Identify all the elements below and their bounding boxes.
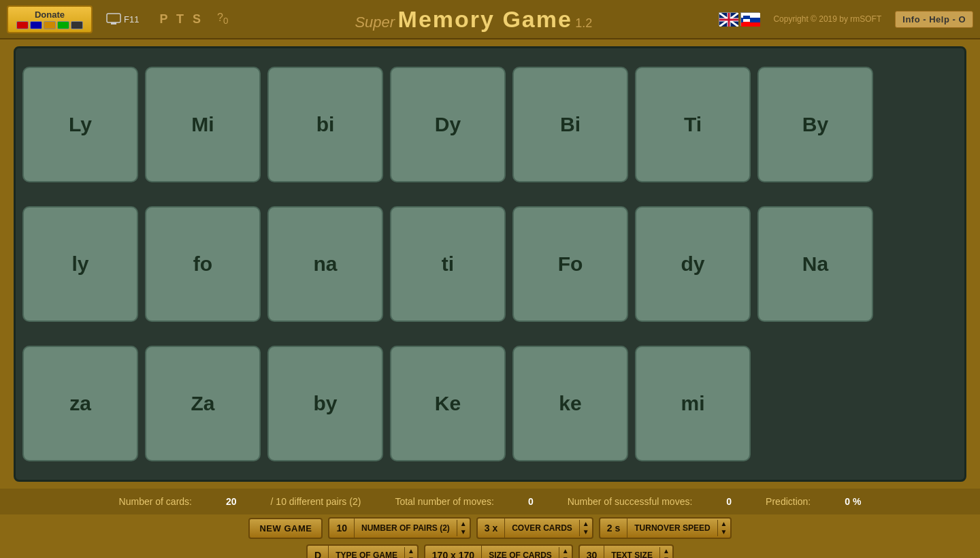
game-card[interactable]: ke	[512, 346, 628, 461]
game-card[interactable]: Bi	[512, 67, 628, 182]
type-up-button[interactable]: ▲	[405, 547, 417, 555]
stats-bar: Number of cards: 20 / 10 different pairs…	[0, 489, 980, 514]
cards-value: 20	[226, 496, 237, 507]
game-card[interactable]: by	[267, 346, 383, 461]
game-card[interactable]: za	[22, 346, 138, 461]
size-control: 170 x 170 SIZE OF CARDS ▲ ▼	[424, 544, 573, 558]
donate-cards	[16, 21, 83, 29]
text-size-label: TEXT SIZE	[604, 546, 659, 558]
size-up-button[interactable]: ▲	[559, 547, 572, 555]
pairs-down-button[interactable]: ▼	[457, 528, 470, 536]
game-card[interactable]: fo	[145, 206, 261, 322]
title-area: Super Memory Game 1.2	[228, 6, 719, 33]
pairs-value: 10	[329, 519, 355, 538]
size-down-button[interactable]: ▼	[559, 555, 572, 558]
turnover-value: 2 s	[600, 519, 627, 538]
turnover-up-button[interactable]: ▲	[718, 520, 730, 528]
game-card[interactable]: dy	[635, 206, 751, 322]
text-size-down-button[interactable]: ▼	[660, 555, 672, 558]
card-row-3: zaZabyKekemi	[22, 346, 958, 461]
turnover-arrows: ▲ ▼	[717, 520, 730, 536]
game-board: LyMibiDyBiTiBy lyfonatiFodyNa zaZabyKeke…	[14, 46, 966, 482]
copyright: Copyright © 2019 by rmSOFT	[773, 14, 881, 24]
size-label: SIZE OF CARDS	[482, 546, 559, 558]
cover-arrows: ▲ ▼	[579, 520, 592, 536]
cover-up-button[interactable]: ▲	[580, 520, 592, 528]
controls: NEW GAME 10 NUMBER OF PAIRS (2) ▲ ▼ 3 x …	[0, 514, 980, 558]
game-card[interactable]: mi	[635, 346, 751, 461]
monitor-icon: F11	[106, 13, 139, 25]
cards-pairs: / 10 different pairs (2)	[271, 496, 361, 507]
card-icon-gold	[44, 21, 56, 29]
text-size-control: 30 TEXT SIZE ▲ ▼	[578, 544, 674, 558]
svg-rect-13	[743, 16, 750, 19]
info-button[interactable]: Info - Help - O	[895, 11, 973, 28]
turnover-control: 2 s TURNOVER SPEED ▲ ▼	[599, 517, 732, 539]
flags-area	[719, 12, 760, 26]
info-label: Info - Help - O	[902, 14, 966, 24]
svg-rect-1	[111, 22, 116, 24]
game-card[interactable]: ti	[390, 206, 506, 322]
title-super: Super	[355, 14, 395, 31]
svg-rect-14	[743, 19, 750, 22]
question-mark: ?	[217, 12, 223, 23]
cards-label: Number of cards:	[119, 496, 192, 507]
pairs-control: 10 NUMBER OF PAIRS (2) ▲ ▼	[328, 517, 470, 539]
size-arrows: ▲ ▼	[559, 547, 572, 558]
game-card[interactable]: Fo	[512, 206, 628, 322]
game-card[interactable]: By	[757, 67, 873, 182]
cover-down-button[interactable]: ▼	[580, 528, 592, 536]
game-card[interactable]: Za	[145, 346, 261, 461]
game-card[interactable]: bi	[267, 67, 383, 182]
pts-area: P T S	[159, 12, 203, 27]
game-card[interactable]: Ti	[635, 67, 751, 182]
game-card[interactable]: Mi	[145, 67, 261, 182]
game-card[interactable]: Dy	[390, 67, 506, 182]
new-game-button[interactable]: NEW GAME	[248, 518, 323, 539]
donate-button[interactable]: Donate	[7, 5, 93, 33]
flag-uk[interactable]	[719, 12, 738, 26]
game-card[interactable]: na	[267, 206, 383, 322]
new-game-label: NEW GAME	[259, 523, 312, 534]
pairs-arrows: ▲ ▼	[457, 520, 470, 536]
cover-value: 3 x	[478, 519, 505, 538]
prediction-label: Prediction:	[766, 496, 811, 507]
game-card[interactable]: Ly	[22, 67, 138, 182]
type-down-button[interactable]: ▼	[405, 555, 417, 558]
card-row-2: lyfonatiFodyNa	[22, 206, 958, 322]
game-card[interactable]: Na	[757, 206, 873, 322]
monitor-label: F11	[124, 14, 139, 24]
text-size-up-button[interactable]: ▲	[660, 547, 672, 555]
moves-value: 0	[528, 496, 534, 507]
game-card[interactable]: ly	[22, 206, 138, 322]
size-value: 170 x 170	[425, 546, 482, 558]
donate-label: Donate	[35, 10, 65, 20]
title-main: Memory Game	[398, 6, 572, 32]
turnover-down-button[interactable]: ▼	[718, 528, 730, 536]
pts-label: P T S	[159, 12, 203, 26]
type-label: TYPE OF GAME	[329, 546, 404, 558]
pairs-up-button[interactable]: ▲	[457, 520, 470, 528]
type-control: D TYPE OF GAME ▲ ▼	[306, 544, 419, 558]
turnover-label: TURNOVER SPEED	[627, 519, 717, 537]
card-icon-blue	[30, 21, 42, 29]
svg-rect-0	[107, 14, 120, 22]
success-label: Number of successful moves:	[568, 496, 693, 507]
controls-row-2: D TYPE OF GAME ▲ ▼ 170 x 170 SIZE OF CAR…	[306, 544, 674, 558]
title-version: 1.2	[575, 16, 592, 30]
type-arrows: ▲ ▼	[404, 547, 417, 558]
cover-control: 3 x COVER CARDS ▲ ▼	[476, 517, 593, 539]
question-icon: ?0	[217, 12, 228, 26]
svg-rect-15	[743, 22, 750, 24]
flag-sk[interactable]	[740, 12, 760, 26]
card-icon-red	[16, 21, 29, 29]
top-bar: Donate F11 P T S ?0 Super Memory Game 1.…	[0, 0, 980, 39]
card-icon-green	[57, 21, 69, 29]
question-num: 0	[223, 16, 228, 27]
card-row-1: LyMibiDyBiTiBy	[22, 67, 958, 182]
pairs-label: NUMBER OF PAIRS (2)	[355, 519, 457, 537]
success-value: 0	[726, 496, 732, 507]
cover-label: COVER CARDS	[505, 519, 579, 537]
game-card[interactable]: Ke	[390, 346, 506, 461]
moves-label: Total number of moves:	[395, 496, 494, 507]
